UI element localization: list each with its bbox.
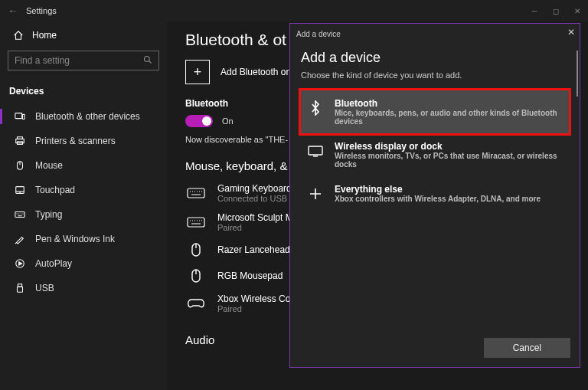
option-title: Wireless display or dock (335, 141, 563, 152)
add-device-dialog: Add a device ✕ Add a device Choose the k… (289, 23, 580, 368)
option-desc: Xbox controllers with Wireless Adapter, … (335, 195, 541, 203)
svg-rect-11 (18, 287, 23, 292)
sidebar-item-label: Touchpad (35, 185, 75, 195)
option-wireless-display[interactable]: Wireless display or dockWireless monitor… (301, 133, 569, 176)
sidebar-item-autoplay[interactable]: AutoPlay (8, 251, 159, 276)
keyboard-icon (14, 208, 26, 221)
keyboard-icon (185, 185, 207, 202)
svg-point-0 (145, 56, 150, 61)
device-status: Paired (217, 304, 301, 313)
option-desc: Mice, keyboards, pens, or audio and othe… (335, 109, 563, 126)
back-icon[interactable]: ← (5, 5, 21, 17)
mouse-icon (185, 241, 207, 258)
close-button[interactable]: ✕ (567, 0, 588, 21)
autoplay-icon (14, 257, 26, 270)
maximize-button[interactable]: ◻ (545, 0, 567, 21)
svg-rect-8 (15, 212, 24, 218)
home-label: Home (32, 30, 57, 41)
bluetooth-icon (307, 100, 324, 116)
option-bluetooth[interactable]: BluetoothMice, keyboards, pens, or audio… (301, 90, 569, 133)
option-desc: Wireless monitors, TVs, or PCs that use … (335, 152, 563, 169)
svg-rect-12 (188, 188, 204, 198)
sidebar: Home Find a setting Devices Bluetooth & … (0, 21, 167, 390)
dialog-caption: Add a device (290, 24, 580, 44)
toggle-switch-icon (185, 115, 213, 127)
sidebar-item-label: Printers & scanners (35, 136, 116, 146)
option-title: Everything else (335, 184, 541, 195)
mouse-icon (185, 267, 207, 284)
bluetooth-state: On (222, 116, 234, 126)
sidebar-item-label: Mouse (35, 160, 63, 171)
gamepad-icon (185, 295, 207, 312)
search-placeholder: Find a setting (15, 55, 70, 66)
sidebar-item-mouse[interactable]: Mouse (8, 153, 159, 178)
add-device-label: Add Bluetooth or (220, 67, 289, 77)
sidebar-item-bluetooth[interactable]: Bluetooth & other devices (8, 104, 159, 129)
svg-rect-1 (15, 113, 22, 119)
sidebar-item-pen[interactable]: Pen & Windows Ink (8, 227, 159, 251)
touchpad-icon (14, 184, 26, 196)
sidebar-item-typing[interactable]: Typing (8, 202, 159, 227)
dialog-subheading: Choose the kind of device you want to ad… (301, 70, 569, 80)
plus-icon: + (185, 60, 210, 84)
svg-rect-16 (309, 146, 322, 155)
sidebar-item-label: USB (35, 283, 54, 293)
sidebar-item-label: Bluetooth & other devices (35, 111, 140, 122)
sidebar-item-label: Typing (35, 209, 62, 220)
device-name: Microsoft Sculpt Mo (217, 212, 298, 223)
window-controls: ─ ◻ ✕ (524, 0, 588, 21)
sidebar-item-label: AutoPlay (35, 258, 72, 269)
home-icon (12, 29, 24, 41)
svg-rect-13 (188, 218, 204, 227)
sidebar-item-label: Pen & Windows Ink (35, 234, 115, 244)
svg-rect-2 (23, 114, 25, 119)
device-name: RGB Mousepad (217, 270, 283, 281)
option-title: Bluetooth (335, 98, 563, 109)
pen-icon (14, 233, 26, 245)
keyboard-icon (185, 214, 207, 231)
dialog-close-button[interactable]: ✕ (567, 27, 575, 38)
cancel-button[interactable]: Cancel (484, 338, 570, 358)
sidebar-item-touchpad[interactable]: Touchpad (8, 178, 159, 202)
dialog-heading: Add a device (301, 50, 569, 66)
plus-icon (307, 185, 324, 202)
home-link[interactable]: Home (8, 23, 159, 48)
option-everything-else[interactable]: Everything elseXbox controllers with Wir… (301, 176, 569, 211)
search-input[interactable]: Find a setting (8, 51, 159, 70)
search-icon (143, 55, 152, 67)
display-icon (307, 143, 324, 159)
device-status: Paired (217, 223, 298, 232)
dialog-scrollbar[interactable] (577, 51, 578, 97)
mouse-icon (14, 159, 26, 172)
window-title: Settings (26, 6, 57, 15)
sidebar-item-usb[interactable]: USB (8, 276, 159, 300)
sidebar-item-printers[interactable]: Printers & scanners (8, 129, 159, 153)
usb-icon (14, 282, 26, 294)
device-name: Xbox Wireless Contr (217, 293, 301, 304)
sidebar-group-label: Devices (8, 83, 159, 104)
minimize-button[interactable]: ─ (524, 0, 545, 21)
titlebar: ← Settings (0, 0, 588, 21)
devices-icon (14, 110, 26, 123)
device-name: Razer Lancehead (217, 244, 290, 255)
printer-icon (14, 135, 26, 147)
